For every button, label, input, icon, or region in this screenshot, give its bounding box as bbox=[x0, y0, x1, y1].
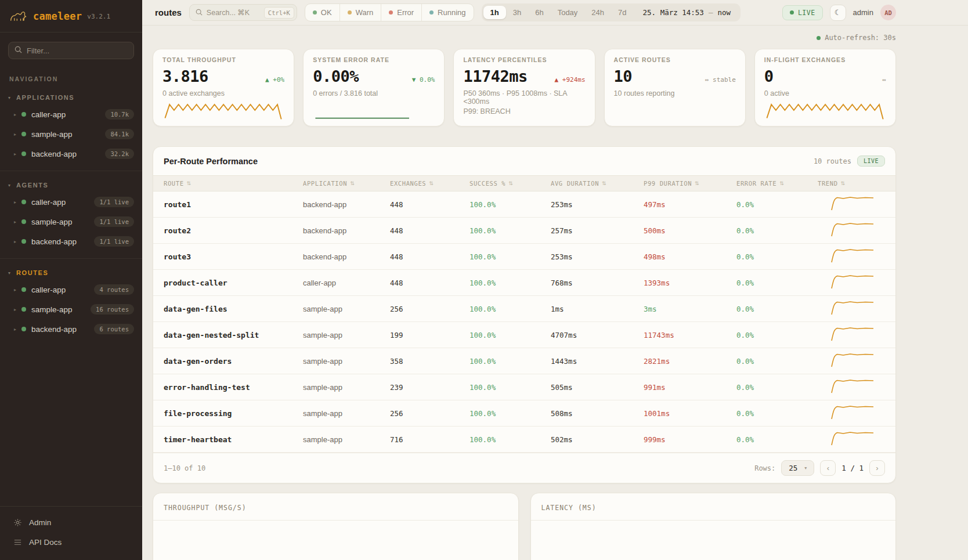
cell-p99-duration: 999ms bbox=[644, 435, 736, 444]
group-label-active: ROUTES bbox=[16, 269, 48, 276]
kpi-label: LATENCY PERCENTILES bbox=[463, 56, 585, 63]
refresh-dot-icon bbox=[817, 36, 821, 40]
group-label: AGENTS bbox=[16, 182, 48, 189]
bottom-charts: THROUGHPUT (MSG/S) LATENCY (MS) bbox=[153, 493, 896, 560]
kpi-label: TOTAL THROUGHPUT bbox=[162, 56, 284, 63]
cell-application: sample-app bbox=[303, 305, 390, 313]
chevron-down-icon: ▾ bbox=[8, 270, 10, 276]
status-dot-icon bbox=[389, 10, 393, 15]
date-range-picker[interactable]: 25. März 14:53 — now bbox=[634, 8, 739, 17]
sidebar-item-badge: 1/1 live bbox=[94, 216, 134, 227]
column-header[interactable]: P99 DURATION ⇅ bbox=[644, 180, 736, 187]
kpi-value: 0 bbox=[764, 67, 774, 85]
sidebar-item-agent[interactable]: ▸ caller-app 1/1 live bbox=[0, 192, 142, 212]
search-input[interactable] bbox=[207, 9, 260, 17]
brand[interactable]: cameleer v3.2.1 bbox=[0, 0, 142, 32]
sidebar-item-route-group[interactable]: ▸ backend-app 6 routes bbox=[0, 319, 142, 339]
sidebar-item-agent[interactable]: ▸ sample-app 1/1 live bbox=[0, 212, 142, 232]
cell-application: backend-app bbox=[303, 252, 390, 261]
cell-application: sample-app bbox=[303, 383, 390, 392]
cell-application: sample-app bbox=[303, 357, 390, 366]
column-header[interactable]: EXCHANGES ⇅ bbox=[390, 180, 469, 187]
table-row[interactable]: route2 backend-app 448 100.0% 257ms 500m… bbox=[153, 218, 895, 244]
table-row[interactable]: error-handling-test sample-app 239 100.0… bbox=[153, 374, 895, 400]
time-range-button[interactable]: 3h bbox=[506, 6, 528, 19]
cell-error-rate: 0.0% bbox=[736, 252, 818, 261]
status-filter-button[interactable]: Error bbox=[381, 4, 421, 21]
time-range-button[interactable]: Today bbox=[551, 6, 585, 19]
kpi-value: 10 bbox=[614, 67, 633, 85]
sidebar-item-label: backend-app bbox=[31, 325, 89, 334]
sidebar-item-application[interactable]: ▸ caller-app 10.7k bbox=[0, 104, 142, 124]
prev-page-button[interactable]: ‹ bbox=[820, 460, 836, 476]
live-badge[interactable]: LIVE bbox=[782, 5, 823, 20]
sidebar-item-badge: 32.2k bbox=[105, 149, 134, 159]
group-header-applications[interactable]: ▾ APPLICATIONS bbox=[0, 89, 142, 104]
status-filter-button[interactable]: Warn bbox=[339, 4, 381, 21]
table-row[interactable]: data-gen-files sample-app 256 100.0% 1ms… bbox=[153, 296, 895, 322]
filter-input[interactable] bbox=[27, 46, 128, 55]
table-row[interactable]: route3 backend-app 448 100.0% 253ms 498m… bbox=[153, 244, 895, 270]
status-dot-icon bbox=[21, 219, 26, 224]
sidebar-item-agent[interactable]: ▸ backend-app 1/1 live bbox=[0, 232, 142, 251]
rows-per-page-select[interactable]: 25 ▾ bbox=[781, 460, 814, 476]
group-header-routes[interactable]: ▾ ROUTES bbox=[0, 265, 142, 280]
cell-route: route1 bbox=[164, 200, 303, 209]
time-range-button[interactable]: 6h bbox=[528, 6, 550, 19]
cell-success: 100.0% bbox=[469, 331, 551, 339]
cell-route: file-processing bbox=[164, 409, 303, 418]
main-area: routes Ctrl+K OK Warn bbox=[142, 0, 968, 560]
status-filter-button[interactable]: Running bbox=[421, 4, 473, 21]
chevron-right-icon: ▸ bbox=[14, 200, 16, 205]
sidebar-item-label: backend-app bbox=[31, 150, 100, 158]
time-range-button[interactable]: 1h bbox=[483, 6, 506, 19]
sidebar-item-application[interactable]: ▸ backend-app 32.2k bbox=[0, 144, 142, 164]
column-header[interactable]: AVG DURATION ⇅ bbox=[551, 180, 644, 187]
time-range-button[interactable]: 24h bbox=[584, 6, 611, 19]
cell-exchanges: 256 bbox=[390, 305, 469, 313]
theme-toggle-button[interactable]: ☾ bbox=[830, 5, 846, 21]
sidebar-item-api-docs[interactable]: API Docs bbox=[0, 532, 142, 552]
column-header[interactable]: TREND ⇅ bbox=[818, 180, 885, 187]
global-search[interactable]: Ctrl+K bbox=[189, 4, 297, 21]
sidebar-item-label: caller-app bbox=[31, 110, 100, 119]
column-header[interactable]: SUCCESS % ⇅ bbox=[469, 180, 551, 187]
table-row[interactable]: timer-heartbeat sample-app 716 100.0% 50… bbox=[153, 427, 895, 453]
sidebar-item-admin[interactable]: Admin bbox=[0, 512, 142, 532]
column-header[interactable]: ERROR RATE ⇅ bbox=[736, 180, 818, 187]
kpi-delta: ▲ +0% bbox=[265, 76, 284, 84]
column-header[interactable]: APPLICATION ⇅ bbox=[303, 180, 390, 187]
sidebar-filter[interactable] bbox=[8, 42, 134, 59]
next-page-button[interactable]: › bbox=[869, 460, 885, 476]
cell-avg-duration: 505ms bbox=[551, 383, 644, 392]
sidebar-item-route-group[interactable]: ▸ caller-app 4 routes bbox=[0, 280, 142, 299]
kpi-card: IN-FLIGHT EXCHANGES 0 ⇔ 0 active bbox=[754, 49, 896, 127]
kpi-sparkline bbox=[764, 99, 886, 121]
table-row[interactable]: file-processing sample-app 256 100.0% 50… bbox=[153, 400, 895, 427]
table-row[interactable]: product-caller caller-app 448 100.0% 768… bbox=[153, 270, 895, 296]
cell-trend-sparkline bbox=[818, 273, 885, 292]
group-header-agents[interactable]: ▾ AGENTS bbox=[0, 177, 142, 192]
live-dot-icon bbox=[790, 10, 794, 15]
sidebar-item-route-group[interactable]: ▸ sample-app 16 routes bbox=[0, 299, 142, 319]
sidebar-item-application[interactable]: ▸ sample-app 84.1k bbox=[0, 124, 142, 144]
status-filter-label: Running bbox=[438, 8, 465, 17]
sidebar-footer-label: API Docs bbox=[29, 538, 62, 547]
cell-trend-sparkline bbox=[818, 221, 885, 240]
status-filter-label: Error bbox=[397, 8, 414, 17]
avatar[interactable]: AD bbox=[880, 5, 896, 20]
rows-per-page-label: Rows: bbox=[754, 464, 775, 472]
chevron-right-icon: ▸ bbox=[14, 327, 16, 332]
table-row[interactable]: data-gen-nested-split sample-app 199 100… bbox=[153, 322, 895, 348]
kpi-label: IN-FLIGHT EXCHANGES bbox=[764, 56, 886, 63]
table-row[interactable]: route1 backend-app 448 100.0% 253ms 497m… bbox=[153, 192, 895, 218]
sidebar-item-label: sample-app bbox=[31, 130, 100, 139]
cell-trend-sparkline bbox=[818, 351, 885, 371]
time-range-button[interactable]: 7d bbox=[611, 6, 633, 19]
status-dot-icon bbox=[21, 287, 26, 292]
kpi-sparkline bbox=[463, 115, 585, 127]
cell-route: timer-heartbeat bbox=[164, 435, 303, 444]
status-filter-button[interactable]: OK bbox=[305, 4, 339, 21]
column-header[interactable]: ROUTE ⇅ bbox=[164, 180, 303, 187]
table-row[interactable]: data-gen-orders sample-app 358 100.0% 14… bbox=[153, 348, 895, 374]
